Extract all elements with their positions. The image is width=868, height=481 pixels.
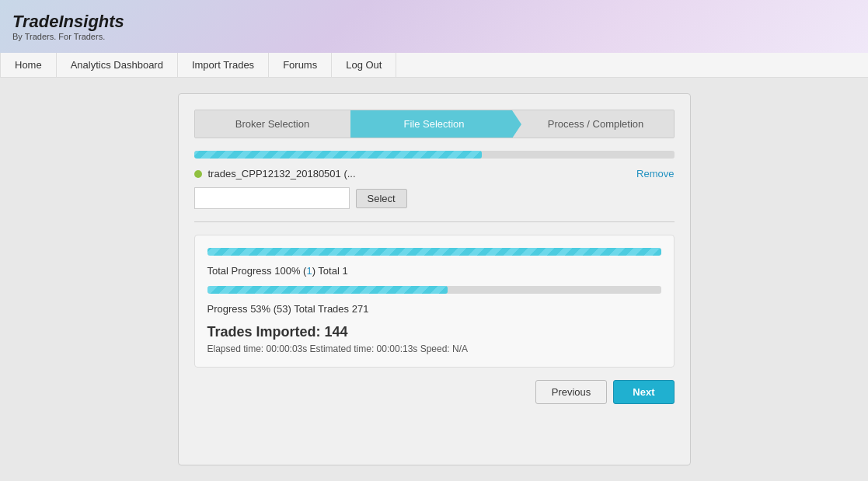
file-input[interactable] — [194, 187, 350, 209]
nav-analytics-dashboard[interactable]: Analytics Dashboard — [57, 53, 178, 77]
total-progress-bar-outer — [207, 248, 661, 256]
nav-import-trades[interactable]: Import Trades — [178, 53, 269, 77]
progress-label2: Progress 53% (53) Total Trades 271 — [207, 303, 661, 315]
logo: TradeInsights By Traders. For Traders. — [12, 12, 124, 41]
file-input-row: Select — [194, 187, 675, 209]
elapsed-info: Elapsed time: 00:00:03s Estimated time: … — [207, 343, 661, 354]
app-title: TradeInsights — [12, 12, 124, 32]
file-item: trades_CPP12132_20180501 (... Remove — [194, 168, 675, 180]
progress-section: Total Progress 100% (1) Total 1 Progress… — [194, 235, 675, 368]
wizard-card: Broker Selection File Selection Process … — [178, 93, 691, 465]
remove-file-link[interactable]: Remove — [636, 168, 674, 180]
navbar: Home Analytics Dashboard Import Trades F… — [0, 53, 868, 78]
nav-forums[interactable]: Forums — [269, 53, 332, 77]
step-file-selection[interactable]: File Selection — [350, 110, 512, 138]
wizard-steps: Broker Selection File Selection Process … — [194, 110, 675, 138]
step-broker-selection[interactable]: Broker Selection — [195, 110, 350, 138]
next-button[interactable]: Next — [613, 380, 674, 404]
nav-logout[interactable]: Log Out — [332, 53, 396, 77]
section-divider — [194, 221, 675, 222]
top-progress-bar — [194, 151, 675, 159]
select-button[interactable]: Select — [356, 189, 407, 208]
top-progress-bar-fill — [194, 151, 483, 159]
total-progress-bar-fill — [207, 248, 661, 256]
progress-bar2-outer — [207, 286, 661, 294]
total-progress-label: Total Progress 100% (1) Total 1 — [207, 265, 661, 277]
main-content: Broker Selection File Selection Process … — [0, 78, 868, 481]
previous-button[interactable]: Previous — [535, 380, 608, 404]
file-status-dot — [194, 170, 202, 178]
progress-bar2-fill — [207, 286, 448, 294]
banner: TradeInsights By Traders. For Traders. — [0, 0, 868, 53]
file-name: trades_CPP12132_20180501 (... — [208, 168, 631, 180]
total-count: 1 — [306, 265, 312, 277]
app-subtitle: By Traders. For Traders. — [12, 32, 124, 41]
step-process-completion[interactable]: Process / Completion — [512, 110, 674, 138]
nav-home[interactable]: Home — [0, 53, 57, 77]
footer-buttons: Previous Next — [194, 380, 675, 404]
trades-imported: Trades Imported: 144 — [207, 324, 661, 340]
